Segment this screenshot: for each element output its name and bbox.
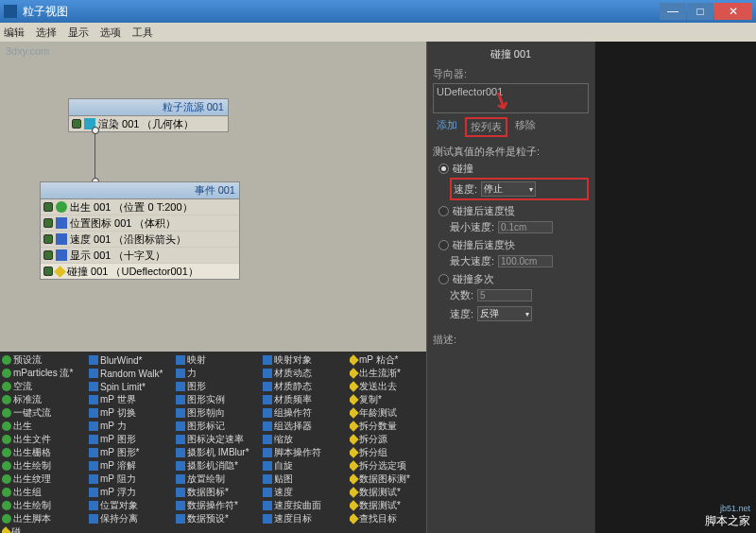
depot-item[interactable]: mP 阻力: [89, 473, 176, 486]
speed-combo[interactable]: 停止▾: [481, 181, 536, 197]
port-icon[interactable]: [43, 266, 53, 276]
depot-item[interactable]: 空流: [2, 380, 89, 393]
minimize-button[interactable]: —: [660, 3, 686, 20]
depot-item[interactable]: 数据操作符*: [176, 499, 263, 512]
depot-item[interactable]: 数据图标测*: [350, 473, 426, 486]
port-icon[interactable]: [72, 119, 81, 129]
depot-item[interactable]: Spin Limit*: [89, 380, 176, 393]
depot-item[interactable]: 图形标记: [176, 420, 263, 433]
depot-item[interactable]: 组操作符: [263, 406, 350, 420]
depot-item[interactable]: 数据预设*: [176, 512, 263, 525]
depot-item[interactable]: mP 浮力: [89, 486, 176, 499]
depot-item[interactable]: 保持分离: [89, 512, 176, 525]
depot-item[interactable]: 组选择器: [263, 420, 350, 433]
depot-item[interactable]: 图形实例: [176, 393, 263, 406]
depot-item[interactable]: 出生绘制: [2, 459, 89, 473]
depot-item[interactable]: 数据测试*: [350, 499, 426, 512]
depot-item[interactable]: 材质频率: [263, 393, 350, 406]
depot-icon: [176, 461, 185, 471]
depot-item[interactable]: 自旋: [263, 459, 350, 473]
depot-item[interactable]: 一键式流: [2, 406, 89, 420]
radio-fast[interactable]: [438, 240, 449, 250]
depot-item[interactable]: 出生脚本: [2, 512, 89, 525]
max-speed-input[interactable]: 100.0cm: [498, 255, 553, 267]
depot-item[interactable]: 拆分组: [350, 446, 426, 459]
depot-item[interactable]: Random Walk*: [89, 367, 176, 380]
depot-item[interactable]: 缩放: [263, 433, 350, 446]
depot-item[interactable]: 出生流渐*: [350, 367, 426, 380]
port-icon[interactable]: [43, 218, 53, 228]
depot-item[interactable]: mP 溶解: [89, 459, 176, 473]
depot-item[interactable]: 脚本操作符: [263, 446, 350, 459]
menu-edit[interactable]: 编辑: [4, 26, 25, 40]
depot-item[interactable]: 预设流: [2, 353, 89, 367]
depot-item[interactable]: mP 粘合*: [350, 353, 426, 367]
depot-item[interactable]: 出生绘制: [2, 499, 89, 512]
depot-item[interactable]: BlurWind*: [89, 353, 176, 367]
depot-item[interactable]: 出生栅格: [2, 446, 89, 459]
port-icon[interactable]: [43, 234, 53, 244]
depot-icon: [176, 448, 185, 457]
depot-item[interactable]: 放置绘制: [176, 473, 263, 486]
depot-item[interactable]: 出生文件: [2, 433, 89, 446]
depot-item[interactable]: mP 世界: [89, 393, 176, 406]
depot-item[interactable]: 图形朝向: [176, 406, 263, 420]
canvas[interactable]: 3dxy.com 粒子流源 001 渲染 001 （几何体） 事件 001 出生…: [0, 42, 426, 533]
add-button[interactable]: 添加: [433, 117, 461, 137]
depot-item[interactable]: 出生组: [2, 486, 89, 499]
depot-item[interactable]: 映射对象: [263, 353, 350, 367]
depot-item[interactable]: 碰: [2, 525, 21, 533]
depot-item[interactable]: 材质静态: [263, 380, 350, 393]
depot-icon: [263, 369, 272, 378]
depot-item[interactable]: 年龄测试: [350, 406, 426, 420]
close-button[interactable]: ✕: [714, 3, 752, 20]
depot-item[interactable]: 力: [176, 367, 263, 380]
menu-select[interactable]: 选择: [36, 26, 57, 40]
by-list-button[interactable]: 按列表: [465, 117, 507, 137]
depot-item[interactable]: 位置对象: [89, 499, 176, 512]
count-input[interactable]: 5: [477, 289, 532, 301]
maximize-button[interactable]: □: [687, 3, 713, 20]
radio-collide[interactable]: [438, 163, 449, 174]
depot-item[interactable]: mP 图形*: [89, 446, 176, 459]
depot-item[interactable]: 摄影机 IMBlur*: [176, 446, 263, 459]
depot-item[interactable]: 映射: [176, 353, 263, 367]
depot-item[interactable]: mP 切换: [89, 406, 176, 420]
node-event[interactable]: 事件 001 出生 001 （位置 0 T:200） 位置图标 001 （体积）…: [40, 181, 240, 280]
depot-item[interactable]: 出生: [2, 420, 89, 433]
radio-multi[interactable]: [438, 274, 449, 284]
depot-item[interactable]: 摄影机消隐*: [176, 459, 263, 473]
depot-item[interactable]: 拆分源: [350, 433, 426, 446]
depot-item[interactable]: 复制*: [350, 393, 426, 406]
event-row: 速度 001 （沿图标箭头）: [70, 232, 186, 247]
depot-item[interactable]: mP 图形: [89, 433, 176, 446]
depot-item[interactable]: 拆分数量: [350, 420, 426, 433]
depot-item[interactable]: mParticles 流*: [2, 367, 89, 380]
depot-item[interactable]: 材质动态: [263, 367, 350, 380]
menu-display[interactable]: 显示: [68, 26, 89, 40]
depot-item[interactable]: 速度: [263, 486, 350, 499]
radio-slow[interactable]: [438, 206, 449, 216]
depot-item[interactable]: 速度目标: [263, 512, 350, 525]
depot-icon: [176, 408, 185, 418]
port-icon[interactable]: [43, 250, 53, 260]
menu-tools[interactable]: 工具: [132, 26, 153, 40]
depot-item[interactable]: 数据测试*: [350, 486, 426, 499]
remove-button[interactable]: 移除: [511, 117, 540, 137]
depot-item[interactable]: 图标决定速率: [176, 433, 263, 446]
depot-item[interactable]: 数据图标*: [176, 486, 263, 499]
depot-item[interactable]: mP 力: [89, 420, 176, 433]
depot[interactable]: 预设流mParticles 流*空流标准流一键式流出生出生文件出生栅格出生绘制出…: [0, 352, 426, 533]
menu-options[interactable]: 选项: [100, 26, 121, 40]
depot-item[interactable]: 图形: [176, 380, 263, 393]
depot-item[interactable]: 贴图: [263, 473, 350, 486]
min-speed-input[interactable]: 0.1cm: [498, 221, 553, 233]
port-icon[interactable]: [43, 202, 53, 212]
depot-item[interactable]: 标准流: [2, 393, 89, 406]
depot-item[interactable]: 速度按曲面: [263, 499, 350, 512]
after-combo[interactable]: 反弹▾: [477, 306, 532, 321]
depot-item[interactable]: 查找目标: [350, 512, 426, 525]
depot-item[interactable]: 发送出去: [350, 380, 426, 393]
depot-item[interactable]: 拆分选定项: [350, 459, 426, 473]
depot-item[interactable]: 出生纹理: [2, 473, 89, 486]
